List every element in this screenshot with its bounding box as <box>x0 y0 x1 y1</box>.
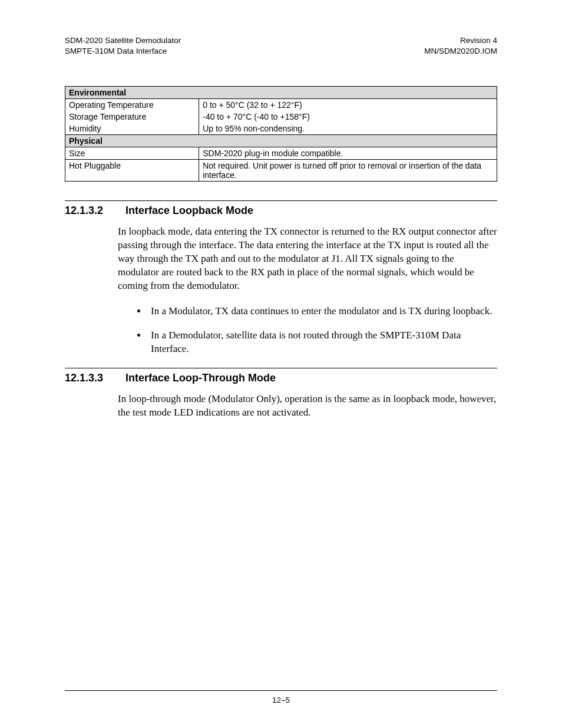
table-cell-label: Humidity <box>65 123 199 135</box>
table-section-environmental: Environmental <box>65 87 497 99</box>
section-heading: 12.1.3.2 Interface Loopback Mode <box>65 205 497 217</box>
table-header-label: Physical <box>65 135 497 147</box>
spec-table: Environmental Operating Temperature 0 to… <box>65 86 497 182</box>
section-heading: 12.1.3.3 Interface Loop-Through Mode <box>65 372 497 384</box>
table-section-physical: Physical <box>65 135 497 147</box>
header-left-line-1: SDM-2020 Satellite Demodulator <box>65 35 181 46</box>
paragraph: In loop-through mode (Modulator Only), o… <box>118 393 497 420</box>
table-cell-label: Storage Temperature <box>65 111 199 123</box>
table-cell-value: -40 to + 70°C (-40 to +158°F) <box>199 111 497 123</box>
table-row: Hot Pluggable Not required. Unit power i… <box>65 160 497 182</box>
table-cell-value: 0 to + 50°C (32 to + 122°F) <box>199 99 497 111</box>
table-row: Storage Temperature -40 to + 70°C (-40 t… <box>65 111 497 123</box>
section-rule <box>65 368 497 368</box>
page-header: SDM-2020 Satellite Demodulator SMPTE-310… <box>65 35 497 57</box>
table-cell-label: Size <box>65 147 199 160</box>
section-number: 12.1.3.2 <box>65 205 103 217</box>
list-item: In a Demodulator, satellite data is not … <box>147 329 497 356</box>
section-title: Interface Loopback Mode <box>125 205 253 217</box>
bullet-list: In a Modulator, TX data continues to ent… <box>147 305 497 356</box>
header-right-line-2: MN/SDM2020D.IOM <box>424 46 497 57</box>
section-title: Interface Loop-Through Mode <box>125 372 276 384</box>
table-row: Size SDM-2020 plug-in module compatible. <box>65 147 497 160</box>
table-header-label: Environmental <box>65 87 497 99</box>
list-item: In a Modulator, TX data continues to ent… <box>147 305 497 318</box>
paragraph: In loopback mode, data entering the TX c… <box>118 225 497 293</box>
header-right-line-1: Revision 4 <box>424 35 497 46</box>
table-row: Humidity Up to 95% non-condensing. <box>65 123 497 135</box>
table-cell-value: Not required. Unit power is turned off p… <box>199 160 497 182</box>
table-cell-value: SDM-2020 plug-in module compatible. <box>199 147 497 160</box>
table-row: Operating Temperature 0 to + 50°C (32 to… <box>65 99 497 111</box>
table-cell-label: Hot Pluggable <box>65 160 199 182</box>
section-rule <box>65 200 497 201</box>
section-number: 12.1.3.3 <box>65 372 103 384</box>
header-left-line-2: SMPTE-310M Data Interface <box>65 46 181 57</box>
page-number: 12–5 <box>65 696 497 704</box>
page-footer: 12–5 <box>65 686 497 704</box>
table-cell-value: Up to 95% non-condensing. <box>199 123 497 135</box>
table-cell-label: Operating Temperature <box>65 99 199 111</box>
